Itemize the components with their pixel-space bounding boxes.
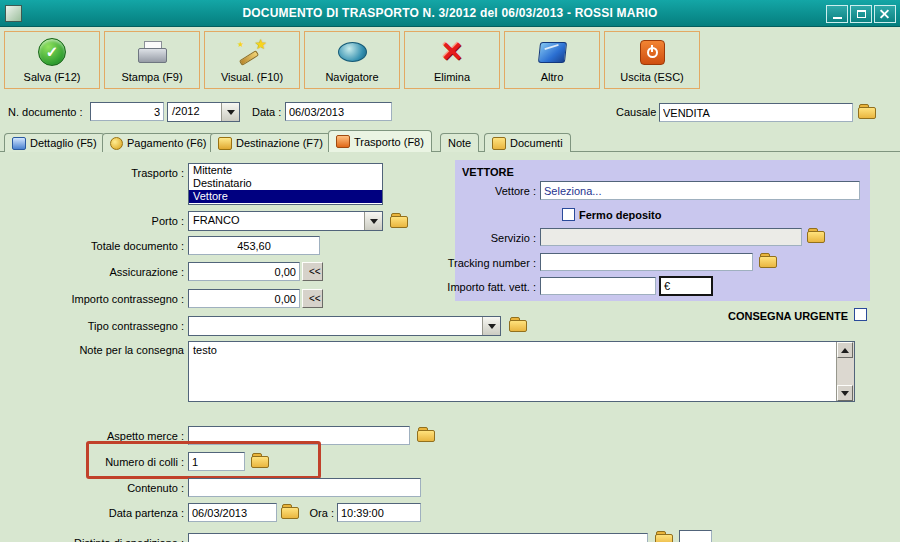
importo-contrassegno-shift-button[interactable]: << bbox=[302, 289, 323, 308]
numero-colli-input[interactable] bbox=[188, 452, 245, 471]
red-x-icon: ✕ bbox=[441, 37, 464, 67]
vettore-label: Vettore : bbox=[440, 185, 536, 197]
close-button[interactable] bbox=[874, 5, 896, 23]
title-bar: DOCUMENTO DI TRASPORTO N. 3/2012 del 06/… bbox=[0, 0, 900, 27]
tab-documenti[interactable]: Documenti bbox=[484, 133, 571, 152]
window-controls bbox=[826, 5, 896, 23]
doc-year-select[interactable]: /2012 bbox=[167, 102, 240, 122]
tracking-input[interactable] bbox=[540, 253, 753, 271]
print-button[interactable]: Stampa (F9) bbox=[104, 31, 200, 89]
aspetto-merce-input[interactable] bbox=[188, 426, 410, 445]
compass-icon bbox=[338, 37, 367, 67]
totale-input[interactable] bbox=[188, 236, 320, 255]
servizio-label: Servizio : bbox=[440, 232, 536, 244]
window-title: DOCUMENTO DI TRASPORTO N. 3/2012 del 06/… bbox=[0, 6, 900, 20]
dropdown-button[interactable] bbox=[482, 317, 500, 335]
list-item-destinatario[interactable]: Destinatario bbox=[189, 177, 382, 190]
importo-contrassegno-input[interactable] bbox=[188, 289, 300, 308]
tab-label: Dettaglio (F5) bbox=[30, 137, 97, 149]
chevron-down-icon bbox=[488, 324, 496, 329]
button-label: Uscita (ESC) bbox=[620, 71, 684, 83]
tipo-contrassegno-folder-icon[interactable] bbox=[509, 317, 527, 332]
list-item-mittente[interactable]: Mittente bbox=[189, 164, 382, 177]
maximize-icon bbox=[857, 10, 866, 18]
causale-input[interactable] bbox=[659, 103, 853, 122]
porto-label: Porto : bbox=[0, 215, 184, 227]
tab-note[interactable]: Note bbox=[440, 133, 479, 152]
blue-box-icon bbox=[539, 37, 566, 67]
detail-tab-icon bbox=[12, 137, 26, 150]
servizio-folder-icon[interactable] bbox=[807, 228, 825, 243]
chevron-up-icon bbox=[841, 348, 849, 353]
scroll-up-button[interactable] bbox=[837, 342, 853, 358]
tracking-folder-icon[interactable] bbox=[759, 253, 777, 268]
minimize-icon bbox=[833, 17, 842, 19]
save-icon: ✓ bbox=[38, 37, 66, 67]
power-icon bbox=[640, 37, 665, 67]
date-label: Data : bbox=[252, 106, 281, 118]
data-partenza-label: Data partenza : bbox=[0, 507, 184, 519]
note-consegna-label: Note per la consegna bbox=[0, 344, 184, 356]
ora-label: Ora : bbox=[300, 507, 334, 519]
maximize-button[interactable] bbox=[850, 5, 872, 23]
chevron-down-icon bbox=[841, 391, 849, 396]
button-label: Elimina bbox=[434, 71, 470, 83]
tab-pagamento[interactable]: Pagamento (F6) bbox=[102, 133, 214, 152]
distinta-folder-icon[interactable] bbox=[655, 531, 673, 542]
consegna-urgente-label: CONSEGNA URGENTE bbox=[688, 310, 848, 322]
importo-fatt-input[interactable] bbox=[540, 277, 656, 295]
distinta-input[interactable] bbox=[188, 533, 648, 542]
tab-dettaglio[interactable]: Dettaglio (F5) bbox=[4, 133, 105, 152]
trasporto-listbox[interactable]: Mittente Destinatario Vettore bbox=[188, 163, 383, 205]
servizio-input[interactable] bbox=[540, 228, 802, 246]
tab-destinazione[interactable]: Destinazione (F7) bbox=[210, 133, 331, 152]
note-consegna-textarea[interactable]: testo bbox=[189, 342, 837, 401]
more-button[interactable]: Altro bbox=[504, 31, 600, 89]
vettore-panel-title: VETTORE bbox=[462, 166, 514, 178]
scroll-down-button[interactable] bbox=[837, 385, 853, 401]
preview-button[interactable]: ★★ Visual. (F10) bbox=[204, 31, 300, 89]
navigator-button[interactable]: Navigatore bbox=[304, 31, 400, 89]
list-item-vettore-selected[interactable]: Vettore bbox=[189, 190, 382, 203]
numero-colli-label: Numero di colli : bbox=[0, 456, 184, 468]
scrollbar[interactable] bbox=[836, 342, 854, 401]
data-partenza-folder-icon[interactable] bbox=[281, 504, 299, 519]
porto-select[interactable]: FRANCO bbox=[188, 211, 383, 231]
contenuto-input[interactable] bbox=[188, 478, 421, 497]
dropdown-button[interactable] bbox=[221, 103, 239, 121]
dropdown-button[interactable] bbox=[364, 212, 382, 230]
button-label: Navigatore bbox=[325, 71, 378, 83]
fermo-deposito-label: Fermo deposito bbox=[579, 209, 662, 221]
porto-folder-icon[interactable] bbox=[390, 213, 408, 228]
causale-folder-icon[interactable] bbox=[858, 104, 876, 119]
date-input[interactable] bbox=[285, 102, 392, 121]
minimize-button[interactable] bbox=[826, 5, 848, 23]
vettore-select[interactable] bbox=[540, 181, 860, 200]
exit-button[interactable]: Uscita (ESC) bbox=[604, 31, 700, 89]
aspetto-merce-folder-icon[interactable] bbox=[417, 427, 435, 442]
magic-wand-icon: ★★ bbox=[236, 37, 268, 67]
doc-number-label: N. documento : bbox=[8, 106, 83, 118]
consegna-urgente-checkbox[interactable] bbox=[854, 308, 867, 321]
note-consegna-textarea-wrap: testo bbox=[188, 341, 855, 402]
tab-trasporto[interactable]: Trasporto (F8) bbox=[328, 130, 432, 152]
tipo-contrassegno-select[interactable] bbox=[188, 316, 501, 336]
distinta-count-input[interactable] bbox=[679, 530, 712, 542]
assicurazione-shift-button[interactable]: << bbox=[302, 262, 323, 281]
contenuto-label: Contenuto : bbox=[0, 482, 184, 494]
doc-number-input[interactable] bbox=[90, 102, 164, 121]
currency-box: € bbox=[659, 276, 713, 296]
assicurazione-input[interactable] bbox=[188, 262, 300, 281]
tracking-label: Tracking number : bbox=[400, 257, 536, 269]
tab-label: Pagamento (F6) bbox=[127, 137, 206, 149]
data-partenza-input[interactable] bbox=[188, 503, 277, 522]
fermo-deposito-checkbox[interactable] bbox=[562, 208, 575, 221]
ora-input[interactable] bbox=[337, 503, 421, 522]
destination-tab-icon bbox=[218, 137, 232, 150]
chevron-down-icon bbox=[227, 110, 235, 115]
button-label: Visual. (F10) bbox=[221, 71, 283, 83]
numero-colli-folder-icon[interactable] bbox=[251, 453, 269, 468]
button-label: Stampa (F9) bbox=[121, 71, 182, 83]
save-button[interactable]: ✓ Salva (F12) bbox=[4, 31, 100, 89]
delete-button[interactable]: ✕ Elimina bbox=[404, 31, 500, 89]
